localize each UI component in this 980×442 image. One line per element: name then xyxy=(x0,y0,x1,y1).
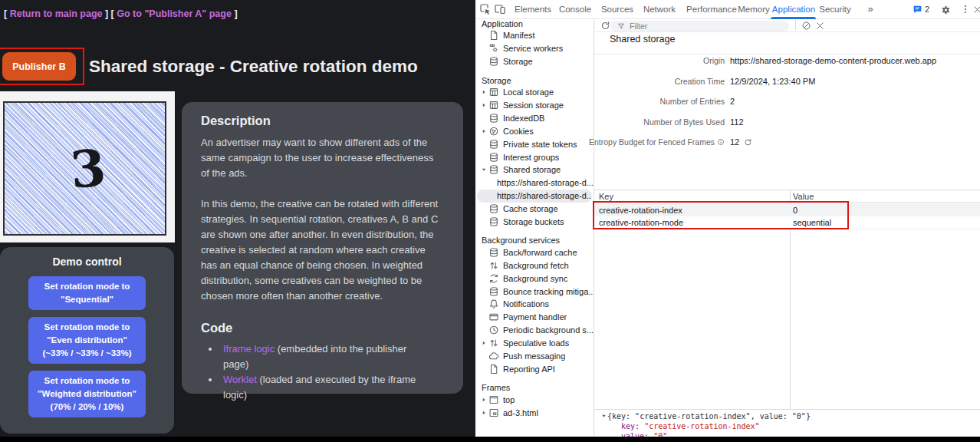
sidebar-item-speculative-loads[interactable]: Speculative loads xyxy=(475,337,594,350)
demo-control-panel: Demo control Set rotation mode to "Seque… xyxy=(0,247,174,434)
tab-network[interactable]: Network xyxy=(643,0,676,19)
sidebar-item-push-messaging[interactable]: Push messaging xyxy=(475,350,594,363)
column-value[interactable]: Value xyxy=(790,192,814,201)
chevron-right-icon[interactable] xyxy=(479,407,488,419)
sidebar-item-storage-buckets[interactable]: Storage buckets xyxy=(475,216,594,229)
field-number-of-bytes: Number of Bytes Used 112 xyxy=(594,112,980,133)
chevron-right-icon[interactable] xyxy=(479,125,488,137)
shared-storage-panel: Filter Shared storage Origin https://sha… xyxy=(594,19,980,437)
chevron-right-icon[interactable] xyxy=(479,337,488,349)
description-paragraph-1: An advertiser may want to show different… xyxy=(201,135,444,181)
field-number-of-entries: Number of Entries 2 xyxy=(594,91,980,112)
description-title: Description xyxy=(201,113,444,128)
payment-card-icon xyxy=(488,312,499,322)
database-icon xyxy=(488,216,499,227)
chevron-right-icon[interactable] xyxy=(479,86,488,98)
chevron-down-icon[interactable] xyxy=(479,163,488,176)
field-origin: Origin https://shared-storage-demo-conte… xyxy=(594,51,980,71)
iframe-logic-link[interactable]: Iframe logic xyxy=(223,343,275,355)
publisher-demo-page: [ Return to main page ] [ Go to "Publish… xyxy=(0,0,475,437)
sidebar-item-manifest[interactable]: Manifest xyxy=(475,29,594,42)
sidebar-item-frame-ad3[interactable]: ad-3.html xyxy=(475,406,594,419)
reset-budget-icon[interactable] xyxy=(744,138,752,147)
database-icon xyxy=(488,113,499,124)
red-annotation-box-table xyxy=(593,201,849,229)
set-sequential-button[interactable]: Set rotation mode to "Sequential" xyxy=(28,276,146,310)
error-count-badge[interactable]: 2 xyxy=(925,0,929,19)
database-icon xyxy=(488,247,499,258)
database-icon xyxy=(488,56,499,67)
settings-gear-icon[interactable] xyxy=(940,4,952,15)
sidebar-item-shared-storage-origin-1[interactable]: https://shared-storage-d... xyxy=(475,176,594,190)
refresh-icon[interactable] xyxy=(600,21,610,31)
sidebar-item-storage[interactable]: Storage xyxy=(475,55,594,68)
creative-ad-frame: 3 xyxy=(0,91,175,242)
kebab-menu-icon[interactable] xyxy=(960,4,971,15)
sidebar-item-service-workers[interactable]: Service workers xyxy=(475,42,594,55)
tab-sources[interactable]: Sources xyxy=(601,0,633,19)
filter-input[interactable]: Filter xyxy=(610,21,789,31)
publisher-b-button[interactable]: Publisher B xyxy=(2,52,76,81)
sidebar-item-back-forward-cache[interactable]: Back/forward cache xyxy=(475,246,594,259)
bracket: ] xyxy=(234,8,237,19)
tab-performance[interactable]: Performance xyxy=(686,0,737,19)
set-even-distribution-button[interactable]: Set rotation mode to "Even distribution"… xyxy=(28,317,146,364)
application-sidebar: Application Manifest Service workers Sto… xyxy=(475,19,594,437)
sidebar-item-indexeddb[interactable]: IndexedDB xyxy=(475,111,594,124)
toolbar-separator xyxy=(795,20,796,30)
more-tabs-icon[interactable]: » xyxy=(867,0,873,19)
expand-triangle-icon[interactable] xyxy=(600,413,607,419)
return-to-main-page-link[interactable]: Return to main page xyxy=(10,8,103,19)
database-icon xyxy=(488,139,499,150)
sidebar-item-shared-storage-origin-2[interactable]: https://shared-storage-d... xyxy=(477,190,592,203)
sidebar-item-shared-storage[interactable]: Shared storage xyxy=(475,163,594,176)
sidebar-item-frame-top[interactable]: top xyxy=(475,393,594,406)
tab-console[interactable]: Console xyxy=(559,0,591,19)
tab-security[interactable]: Security xyxy=(819,0,851,19)
device-toolbar-icon[interactable] xyxy=(494,3,506,15)
sidebar-item-cookies[interactable]: Cookies xyxy=(475,124,594,137)
go-to-publisher-a-link[interactable]: Go to "Publisher A" page xyxy=(117,8,232,19)
info-icon[interactable] xyxy=(717,138,725,146)
preview-summary-line[interactable]: {key: "creative-rotation-index", value: … xyxy=(600,412,811,421)
code-links-list: Iframe logic (embedded into the publishe… xyxy=(201,341,444,403)
clear-block-icon[interactable] xyxy=(801,21,811,31)
sidebar-item-local-storage[interactable]: Local storage xyxy=(475,86,594,99)
inspect-element-icon[interactable] xyxy=(479,3,492,15)
worklet-link[interactable]: Worklet xyxy=(223,374,257,385)
delete-icon[interactable] xyxy=(815,21,825,31)
sidebar-item-periodic-background-sync[interactable]: Periodic background s... xyxy=(475,324,594,337)
devtools-tabbar: Elements Console Sources Network Perform… xyxy=(475,0,980,19)
sidebar-section-application: Application xyxy=(475,19,594,29)
panel-toolbar: Filter xyxy=(594,19,980,32)
table-icon xyxy=(488,87,499,97)
cloud-icon xyxy=(488,351,499,361)
field-creation-time: Creation Time 12/9/2024, 1:23:40 PM xyxy=(594,71,980,92)
clock-icon xyxy=(488,325,499,335)
set-weighted-distribution-button[interactable]: Set rotation mode to "Weighted distribut… xyxy=(28,371,146,417)
tab-memory[interactable]: Memory xyxy=(738,0,770,19)
sidebar-item-session-storage[interactable]: Session storage xyxy=(475,99,594,112)
sidebar-item-private-state-tokens[interactable]: Private state tokens xyxy=(475,137,594,150)
column-key[interactable]: Key xyxy=(594,192,790,201)
console-messages-icon[interactable] xyxy=(913,5,922,15)
file-icon xyxy=(488,364,499,374)
field-entropy-budget: Entropy Budget for Fenced Frames 12 xyxy=(594,132,980,153)
up-down-arrows-icon xyxy=(488,260,499,271)
sidebar-item-notifications[interactable]: Notifications xyxy=(475,298,594,311)
chevron-right-icon[interactable] xyxy=(479,99,488,111)
tab-elements[interactable]: Elements xyxy=(515,0,551,19)
report-title: Shared storage xyxy=(610,34,675,45)
filter-placeholder: Filter xyxy=(630,21,647,31)
sidebar-item-payment-handler[interactable]: Payment handler xyxy=(475,311,594,324)
sidebar-item-background-fetch[interactable]: Background fetch xyxy=(475,259,594,272)
sidebar-item-reporting-api[interactable]: Reporting API xyxy=(475,362,594,375)
sidebar-item-bounce-tracking[interactable]: Bounce tracking mitiga... xyxy=(475,285,594,298)
sidebar-item-background-sync[interactable]: Background sync xyxy=(475,272,594,285)
chevron-right-icon[interactable] xyxy=(479,394,488,406)
database-icon xyxy=(488,152,499,163)
close-devtools-icon[interactable] xyxy=(972,5,980,15)
devtools-window: Elements Console Sources Network Perform… xyxy=(475,0,980,437)
sidebar-item-cache-storage[interactable]: Cache storage xyxy=(475,203,594,216)
sidebar-item-interest-groups[interactable]: Interest groups xyxy=(475,150,594,163)
